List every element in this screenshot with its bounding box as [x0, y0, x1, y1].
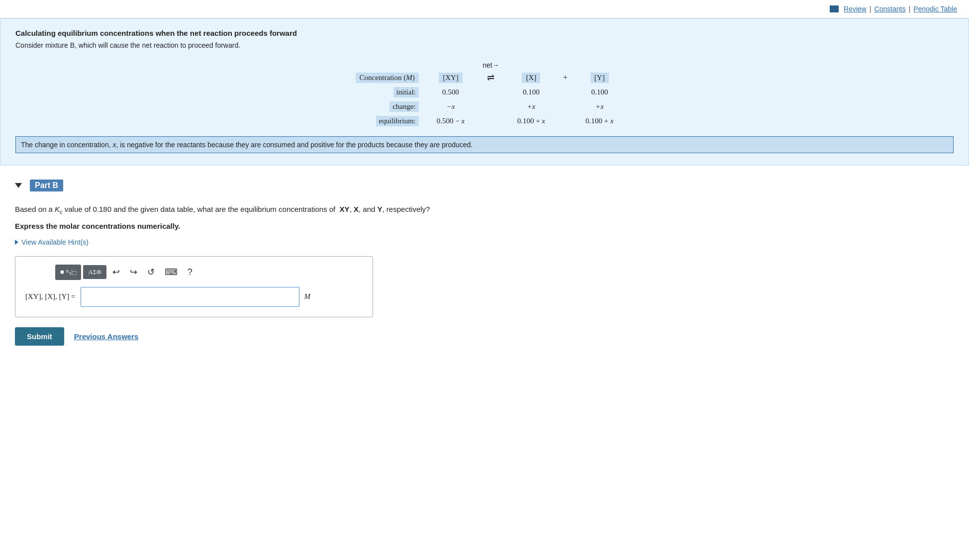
- info-box-subtitle: Consider mixture B, which will cause the…: [15, 41, 954, 49]
- math-template-icon: ■: [60, 268, 64, 276]
- initial-xy: 0.500: [428, 85, 474, 99]
- keyboard-btn[interactable]: ⌨: [161, 265, 182, 280]
- chevron-right-icon: [15, 240, 18, 245]
- answer-box: ■ n√□ ΑΣΦ ↩ ↪ ↺ ⌨ ?: [15, 256, 373, 317]
- initial-row: initial: 0.500 0.100 0.100: [347, 85, 623, 99]
- part-b-section: Part B Based on a Kc value of 0.180 and …: [0, 166, 969, 361]
- info-box: Calculating equilibrium concentrations w…: [0, 18, 969, 166]
- part-b-header: Part B: [15, 180, 954, 191]
- hint-link[interactable]: View Available Hint(s): [15, 238, 954, 246]
- help-icon: ?: [188, 267, 193, 277]
- hint-label: View Available Hint(s): [21, 238, 89, 246]
- change-row: change: −x +x +x: [347, 99, 623, 114]
- input-row: [XY], [X], [Y] = M: [25, 287, 363, 307]
- chevron-down-icon[interactable]: [15, 183, 22, 188]
- info-box-title: Calculating equilibrium concentrations w…: [15, 29, 954, 37]
- highlight-text: The change in concentration, x, is negat…: [15, 136, 954, 153]
- constants-link[interactable]: Constants: [874, 5, 906, 13]
- review-icon: [830, 5, 839, 12]
- math-template-btn[interactable]: ■ n√□: [55, 265, 81, 280]
- equilibrium-label: equilibrium:: [347, 114, 428, 128]
- plus-cell-1: +: [554, 70, 577, 85]
- top-nav: Review | Constants | Periodic Table: [0, 0, 969, 18]
- net-arrow-row: net→: [347, 59, 623, 70]
- toolbar: ■ n√□ ΑΣΦ ↩ ↪ ↺ ⌨ ?: [55, 265, 363, 280]
- sqrt-icon: n√□: [66, 268, 76, 277]
- greek-btn[interactable]: ΑΣΦ: [83, 265, 106, 279]
- concentration-header: Concentration (M): [347, 70, 428, 85]
- initial-x: 0.100: [508, 85, 554, 99]
- undo-icon: ↩: [112, 267, 120, 277]
- redo-btn[interactable]: ↪: [126, 265, 141, 280]
- periodic-table-link[interactable]: Periodic Table: [913, 5, 957, 13]
- part-b-label: Part B: [30, 180, 63, 191]
- bottom-actions: Submit Previous Answers: [15, 327, 954, 346]
- redo-icon: ↪: [130, 267, 137, 277]
- net-arrow-label: net→: [474, 59, 508, 70]
- separator-2: |: [909, 5, 911, 13]
- greek-label: ΑΣΦ: [88, 268, 101, 276]
- initial-label: initial:: [347, 85, 428, 99]
- submit-button[interactable]: Submit: [15, 327, 64, 346]
- table-header-row: Concentration (M) [XY] ⇌ [X] + [Y]: [347, 70, 623, 85]
- equilibrium-row: equilibrium: 0.500 − x 0.100 + x 0.100 +…: [347, 114, 623, 128]
- initial-y: 0.100: [577, 85, 622, 99]
- eq-x: 0.100 + x: [508, 114, 554, 128]
- answer-input[interactable]: [81, 287, 299, 307]
- eq-xy: 0.500 − x: [428, 114, 474, 128]
- previous-answers-link[interactable]: Previous Answers: [74, 332, 139, 341]
- undo-btn[interactable]: ↩: [108, 265, 124, 280]
- y-header: [Y]: [577, 70, 622, 85]
- separator-1: |: [870, 5, 872, 13]
- question-text: Based on a Kc value of 0.180 and the giv…: [15, 203, 954, 217]
- input-label: [XY], [X], [Y] =: [25, 292, 76, 301]
- ice-table-wrapper: net→ Concentration (M) [XY] ⇌ [X]: [15, 59, 954, 128]
- xy-header: [XY]: [428, 70, 474, 85]
- instruction-text: Express the molar concentrations numeric…: [15, 222, 954, 230]
- refresh-icon: ↺: [147, 267, 155, 277]
- keyboard-icon: ⌨: [165, 267, 178, 277]
- change-x: +x: [508, 99, 554, 114]
- arrow-cell: ⇌: [474, 70, 508, 85]
- x-header: [X]: [508, 70, 554, 85]
- ice-table: net→ Concentration (M) [XY] ⇌ [X]: [347, 59, 623, 128]
- page-container: Review | Constants | Periodic Table Calc…: [0, 0, 969, 560]
- change-y: +x: [577, 99, 622, 114]
- change-xy: −x: [428, 99, 474, 114]
- change-label: change:: [347, 99, 428, 114]
- review-link[interactable]: Review: [844, 5, 867, 13]
- help-btn[interactable]: ?: [184, 265, 196, 280]
- eq-y: 0.100 + x: [577, 114, 622, 128]
- refresh-btn[interactable]: ↺: [143, 265, 159, 280]
- unit-label: M: [304, 292, 311, 301]
